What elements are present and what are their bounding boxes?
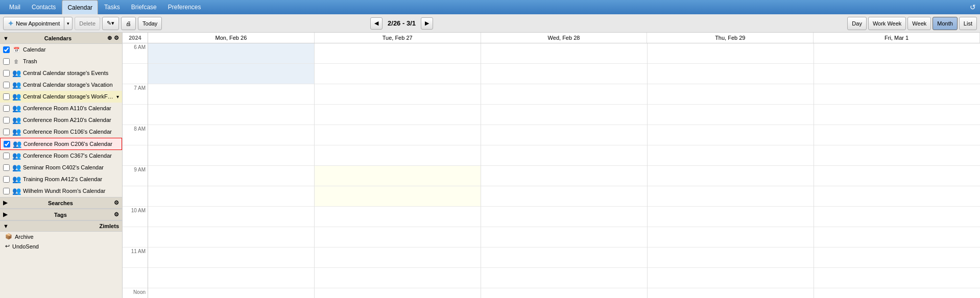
calendar-item-conf-a110[interactable]: 👥 Conference Room A110's Calendar (0, 103, 122, 114)
nav-tasks[interactable]: Tasks (99, 0, 125, 14)
calendar-checkbox-conf-a210[interactable] (3, 117, 10, 123)
calendar-label-conf-c206: Conference Room C206's Calendar (23, 141, 118, 147)
calendar-item-calendar[interactable]: 📅 Calendar (0, 44, 122, 56)
top-nav: Mail Contacts Calendar Tasks Briefcase P… (0, 0, 980, 14)
calendar-checkbox-central-events[interactable] (3, 70, 10, 77)
grid-scroll[interactable]: 6 AM 7 AM 8 AM 9 AM 10 AM 11 AM Noon 1 P… (123, 43, 980, 298)
nav-briefcase[interactable]: Briefcase (126, 0, 162, 14)
nav-mail[interactable]: Mail (4, 0, 26, 14)
list-view-button[interactable]: List (959, 17, 977, 30)
calendar-item-central-vacation[interactable]: 👥 Central Calendar storage's Vacation (0, 79, 122, 91)
calendar-checkbox-central-vacation[interactable] (3, 82, 10, 88)
tags-header-label: Tags (54, 212, 67, 218)
calendars-section-header[interactable]: ▼ Calendars ⊕ ⚙ (0, 33, 122, 44)
calendar-item-trash[interactable]: 🗑 Trash (0, 56, 122, 67)
shared-icon-central-events: 👥 (12, 69, 20, 77)
undosend-label: UndoSend (12, 243, 39, 250)
calendar-checkbox-wilhelm[interactable] (3, 188, 10, 194)
shared-icon-conf-c367: 👥 (12, 152, 20, 160)
zimlet-archive[interactable]: 📦 Archive (0, 232, 122, 241)
dropdown-arrow-central-workfi: ▾ (116, 94, 119, 100)
zimlets-collapse-icon: ▼ (3, 223, 9, 229)
today-label: Today (142, 20, 157, 27)
day-col-fri[interactable] (814, 43, 980, 298)
calendar-label-conf-c106: Conference Room C106's Calendar (23, 129, 119, 135)
day-header-wed: Wed, Feb 28 (481, 33, 648, 43)
week-view-button[interactable]: Week (907, 17, 931, 30)
calendar-label-seminar-c402: Seminar Room C402's Calendar (23, 164, 119, 170)
day-header-fri: Fri, Mar 1 (814, 33, 980, 43)
new-appointment-main[interactable]: ✦ New Appointment (4, 17, 64, 30)
archive-icon: 📦 (5, 233, 12, 240)
plus-icon: ✦ (8, 19, 14, 28)
tags-section-header[interactable]: ▶ Tags ⚙ (0, 209, 122, 220)
date-nav: ◀ 2/26 - 3/1 ▶ (370, 17, 433, 30)
shared-icon-seminar-c402: 👥 (12, 163, 20, 171)
searches-section-header[interactable]: ▶ Searches ⚙ (0, 197, 122, 209)
tags-expand-icon: ▶ (3, 211, 7, 218)
calendar-item-conf-c106[interactable]: 👥 Conference Room C106's Calendar (0, 126, 122, 138)
trash-icon: 🗑 (12, 57, 20, 65)
calendar-checkbox-conf-c206[interactable] (4, 141, 10, 147)
nav-contacts[interactable]: Contacts (27, 0, 61, 14)
day-col-tue[interactable] (315, 43, 481, 298)
calendar-label-central-events: Central Calendar storage's Events (23, 70, 119, 76)
calendar-item-conf-a210[interactable]: 👥 Conference Room A210's Calendar (0, 114, 122, 126)
next-button[interactable]: ▶ (421, 17, 433, 30)
archive-label: Archive (15, 234, 34, 240)
today-button[interactable]: Today (138, 17, 162, 30)
calendar-item-conf-c367[interactable]: 👥 Conference Room C367's Calendar (0, 150, 122, 162)
print-button[interactable]: 🖨 (121, 17, 136, 30)
calendar-checkbox-conf-a110[interactable] (3, 105, 10, 112)
day-header-thu-label: Thu, Feb 29 (715, 35, 745, 41)
day-col-mon[interactable]: 1:00 PM ↻ 👥 Lab Meeting - MECD (148, 43, 315, 298)
month-view-button[interactable]: Month (933, 17, 958, 30)
calendars-add-icon[interactable]: ⊕ (107, 35, 112, 41)
zimlet-undosend[interactable]: ↩ UndoSend (0, 241, 122, 251)
time-6am: 6 AM (123, 43, 148, 64)
day-view-button[interactable]: Day (847, 17, 867, 30)
calendar-checkbox-trash[interactable] (3, 58, 10, 65)
new-appointment-dropdown[interactable]: ▾ (64, 17, 72, 30)
calendar-checkbox-training-a412[interactable] (3, 176, 10, 183)
searches-section-icons: ⚙ (114, 200, 119, 206)
day-col-thu[interactable] (648, 43, 814, 298)
time-8am-half (123, 145, 148, 166)
time-9am: 9 AM (123, 166, 148, 186)
searches-settings-icon[interactable]: ⚙ (114, 200, 119, 206)
new-appointment-button[interactable]: ✦ New Appointment ▾ (3, 17, 73, 30)
zimlets-section-header[interactable]: ▼ Zimlets (0, 221, 122, 232)
grid-body: 6 AM 7 AM 8 AM 9 AM 10 AM 11 AM Noon 1 P… (123, 43, 980, 298)
time-9am-half (123, 186, 148, 207)
day-col-wed[interactable]: 3:30 PM ↻ 👥 BrainNet Meeting (481, 43, 648, 298)
calendar-label-central-vacation: Central Calendar storage's Vacation (23, 82, 119, 88)
nav-calendar[interactable]: Calendar (62, 0, 98, 14)
prev-button[interactable]: ◀ (370, 17, 383, 30)
year-label: 2024 (123, 33, 148, 43)
calendar-content: 2024 Mon, Feb 26 Tue, Feb 27 Wed, Feb 28… (123, 33, 980, 298)
nav-preferences[interactable]: Preferences (163, 0, 206, 14)
calendar-item-central-workfi[interactable]: 👥 Central Calendar storage's WorkFi… ▾ (0, 91, 122, 103)
refresh-icon[interactable]: ↺ (970, 3, 976, 11)
calendar-item-central-events[interactable]: 👥 Central Calendar storage's Events (0, 67, 122, 79)
delete-button[interactable]: Delete (75, 17, 100, 30)
tags-settings-icon[interactable]: ⚙ (114, 211, 119, 218)
calendar-checkbox-conf-c367[interactable] (3, 153, 10, 159)
calendar-checkbox-calendar[interactable] (3, 46, 10, 53)
calendar-item-wilhelm[interactable]: 👥 Wilhelm Wundt Room's Calendar (0, 185, 122, 197)
calendar-checkbox-seminar-c402[interactable] (3, 164, 10, 171)
edit-button[interactable]: ✎▾ (102, 17, 119, 30)
searches-header-label: Searches (48, 200, 73, 206)
calendar-item-seminar-c402[interactable]: 👥 Seminar Room C402's Calendar (0, 162, 122, 173)
time-noon: Noon (123, 288, 148, 298)
time-11am-half (123, 268, 148, 288)
calendar-checkbox-conf-c106[interactable] (3, 129, 10, 135)
time-labels: 6 AM 7 AM 8 AM 9 AM 10 AM 11 AM Noon 1 P… (123, 43, 148, 298)
calendar-item-training-a412[interactable]: 👥 Training Room A412's Calendar (0, 173, 122, 185)
calendars-settings-icon[interactable]: ⚙ (114, 35, 119, 41)
calendar-item-conf-c206[interactable]: 👥 Conference Room C206's Calendar (0, 138, 122, 150)
day-header-tue-label: Tue, Feb 27 (383, 35, 413, 41)
day-header-mon-label: Mon, Feb 26 (216, 35, 247, 41)
work-week-view-button[interactable]: Work Week (868, 17, 906, 30)
calendar-checkbox-central-workfi[interactable] (3, 93, 10, 100)
